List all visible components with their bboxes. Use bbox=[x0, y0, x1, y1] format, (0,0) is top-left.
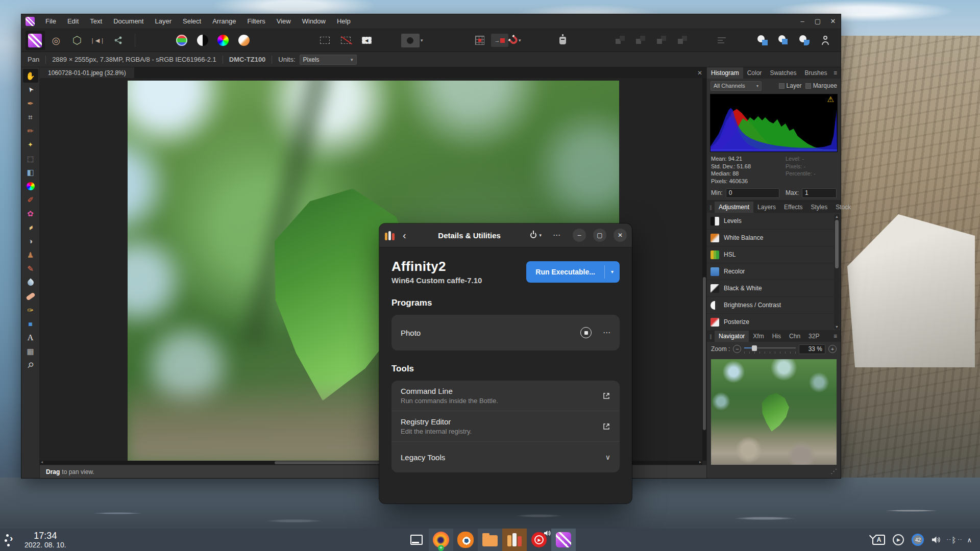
histogram-warning-icon[interactable]: ⚠ bbox=[827, 95, 834, 103]
dialog-minimize-button[interactable]: – bbox=[573, 229, 586, 242]
program-options-button[interactable]: ⋯ bbox=[603, 328, 610, 337]
paint-brush-tool[interactable]: ✐ bbox=[23, 193, 38, 207]
account-button[interactable] bbox=[816, 31, 835, 50]
deselect-button[interactable] bbox=[336, 31, 356, 50]
tab-32p[interactable]: 32P bbox=[804, 331, 823, 342]
insert-top-button[interactable] bbox=[774, 31, 793, 50]
power-options-button[interactable]: ▾ bbox=[528, 232, 544, 238]
blender-button[interactable] bbox=[453, 529, 478, 551]
snapping-button[interactable]: ▾ bbox=[510, 31, 523, 50]
dialog-menu-button[interactable]: ⋯ bbox=[548, 231, 566, 240]
liquify-persona-button[interactable]: ◎ bbox=[46, 31, 66, 50]
scroll-up-icon[interactable]: ▲ bbox=[835, 215, 839, 218]
tool-row-command-line[interactable]: Command Line Run commands inside the Bot… bbox=[391, 381, 620, 411]
menu-edit[interactable]: Edit bbox=[62, 14, 84, 29]
tab-adjustment[interactable]: Adjustment bbox=[715, 202, 753, 213]
menu-document[interactable]: Document bbox=[108, 14, 149, 29]
panel-menu-icon[interactable]: ≡ bbox=[834, 331, 841, 342]
app-launcher-button[interactable]: › bbox=[0, 529, 22, 551]
marquee-tool[interactable]: ⬚ bbox=[23, 152, 38, 165]
tone-mapping-persona-button[interactable]: ❘◀❘ bbox=[88, 31, 107, 50]
run-options-dropdown-icon[interactable]: ▾ bbox=[605, 261, 620, 283]
menu-window[interactable]: Window bbox=[297, 14, 331, 29]
document-tab[interactable]: 1060728-01-01.jpeg (32.8%) bbox=[40, 67, 134, 78]
tab-navigator[interactable]: Navigator bbox=[715, 331, 749, 342]
menu-view[interactable]: View bbox=[271, 14, 297, 29]
tab-histogram[interactable]: Histogram bbox=[707, 67, 743, 79]
artistic-text-tool[interactable]: A bbox=[23, 331, 38, 344]
tab-stock[interactable]: Stock bbox=[831, 202, 855, 213]
zoom-in-button[interactable]: + bbox=[828, 345, 837, 353]
tab-brushes[interactable]: Brushes bbox=[800, 67, 831, 79]
adjustment-item-hsl[interactable]: HSL bbox=[707, 246, 841, 263]
tab-layers[interactable]: Layers bbox=[753, 202, 780, 213]
menu-select[interactable]: Select bbox=[177, 14, 207, 29]
quick-mask-button[interactable]: ▾ bbox=[401, 31, 425, 50]
minimize-button[interactable]: – bbox=[795, 14, 810, 29]
adjustment-item-black-white[interactable]: Black & White bbox=[707, 280, 841, 297]
min-input[interactable] bbox=[726, 188, 779, 198]
zoom-slider[interactable] bbox=[744, 345, 796, 353]
rectangle-tool[interactable]: ■ bbox=[23, 317, 38, 331]
move-by-whole-pixels-button[interactable]: → bbox=[491, 31, 508, 50]
tab-effects[interactable]: Effects bbox=[780, 202, 806, 213]
photo-persona-button[interactable] bbox=[26, 31, 45, 50]
insertion-target-button[interactable] bbox=[753, 31, 773, 50]
menu-text[interactable]: Text bbox=[84, 14, 108, 29]
menu-filters[interactable]: Filters bbox=[241, 14, 271, 29]
tab-color[interactable]: Color bbox=[743, 67, 766, 79]
affinity-photo-button[interactable] bbox=[551, 529, 576, 551]
insert-inside-button[interactable] bbox=[795, 31, 814, 50]
select-all-button[interactable] bbox=[315, 31, 335, 50]
bottles-button[interactable] bbox=[502, 529, 527, 551]
panel-drag-grip[interactable]: ∥ bbox=[707, 202, 715, 213]
flood-fill-tool[interactable]: ◧ bbox=[23, 165, 38, 179]
blur-tool[interactable]: ● bbox=[23, 276, 38, 289]
healing-brush-tool[interactable]: ▬ bbox=[23, 289, 38, 303]
channels-select[interactable]: All Channels ▾ bbox=[710, 81, 762, 91]
menu-file[interactable]: File bbox=[40, 14, 62, 29]
clock-widget[interactable]: 17:34 2022. 08. 10. bbox=[24, 531, 66, 549]
quick-mask-dropdown-icon[interactable]: ▾ bbox=[421, 38, 423, 43]
show-desktop-button[interactable] bbox=[404, 529, 429, 551]
auto-levels-button[interactable] bbox=[172, 31, 191, 50]
vertical-scrollbar[interactable] bbox=[702, 78, 706, 461]
tab-swatches[interactable]: Swatches bbox=[766, 67, 800, 79]
menu-arrange[interactable]: Arrange bbox=[207, 14, 241, 29]
clone-stamp-tool[interactable]: ♟ bbox=[23, 248, 38, 262]
zoom-value-field[interactable]: 33 % bbox=[799, 344, 825, 354]
close-button[interactable]: ✕ bbox=[825, 14, 841, 29]
battery-percent-badge[interactable]: 42 bbox=[912, 534, 924, 546]
tool-row-legacy-tools[interactable]: Legacy Tools ∨ bbox=[391, 442, 620, 472]
snapping-dropdown-icon[interactable]: ▾ bbox=[519, 38, 521, 43]
menu-help[interactable]: Help bbox=[331, 14, 356, 29]
flood-select-tool[interactable]: ✦ bbox=[23, 138, 38, 152]
pixel-grid-button[interactable] bbox=[470, 31, 489, 50]
vertical-scrollbar-thumb[interactable] bbox=[703, 277, 706, 430]
stop-program-button[interactable] bbox=[580, 327, 592, 338]
auto-colour-button[interactable] bbox=[214, 31, 233, 50]
adjustment-item-white-balance[interactable]: White Balance bbox=[707, 230, 841, 246]
marquee-checkbox[interactable]: Marquee bbox=[805, 82, 837, 89]
undo-brush-tool[interactable]: ✎ bbox=[23, 262, 38, 276]
tab-chn[interactable]: Chn bbox=[785, 331, 804, 342]
max-input[interactable] bbox=[802, 188, 837, 198]
export-persona-button[interactable] bbox=[109, 31, 128, 50]
bottles-dialog-header[interactable]: ‹ Details & Utilities ▾ ⋯ – ▢ ✕ bbox=[379, 223, 632, 247]
tool-row-registry-editor[interactable]: Registry Editor Edit the internal regist… bbox=[391, 411, 620, 442]
zoom-out-button[interactable]: − bbox=[733, 345, 741, 353]
dialog-maximize-button[interactable]: ▢ bbox=[593, 229, 606, 242]
adjustment-item-brightness-contrast[interactable]: Brightness / Contrast bbox=[707, 297, 841, 314]
tab-styles[interactable]: Styles bbox=[807, 202, 832, 213]
tab-xfm[interactable]: Xfm bbox=[749, 331, 768, 342]
adjustment-item-posterize[interactable]: Posterize bbox=[707, 314, 841, 331]
layer-checkbox[interactable]: Layer bbox=[779, 82, 802, 89]
maximize-button[interactable]: ▢ bbox=[810, 14, 825, 29]
pen-tool[interactable]: ✑ bbox=[23, 303, 38, 317]
scroll-right-icon[interactable]: ▸ bbox=[699, 460, 701, 464]
selection-brush-tool[interactable]: ✏ bbox=[23, 124, 38, 138]
auto-white-balance-button[interactable] bbox=[234, 31, 254, 50]
volume-icon[interactable] bbox=[932, 536, 941, 544]
keyboard-layout-icon[interactable]: A bbox=[872, 535, 885, 545]
window-resize-grip-icon[interactable]: ⋰ bbox=[830, 467, 837, 475]
